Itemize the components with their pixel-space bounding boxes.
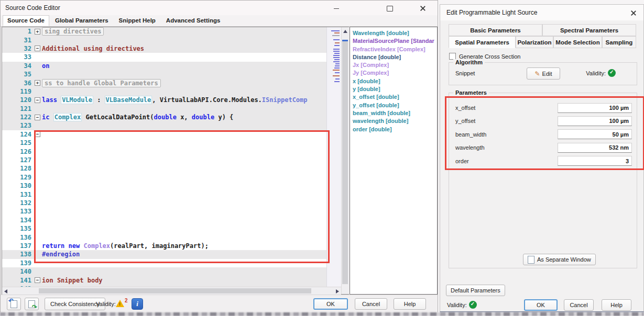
code-line: 31 (2, 36, 326, 44)
tab-mode-selection[interactable]: Mode Selection (553, 36, 602, 48)
import-snippet-button[interactable] (7, 298, 21, 310)
edit-snippet-button[interactable]: Edit (527, 67, 560, 80)
cancel-button[interactable]: Cancel (355, 298, 387, 310)
vertical-scroll-thumb[interactable] (342, 40, 348, 284)
titlebar[interactable]: Source Code Editor (1, 1, 438, 15)
horizontal-scroll-thumb[interactable] (39, 288, 311, 294)
code-editor[interactable]: 1+sing directives3132−Additional using d… (2, 27, 349, 295)
variable-item[interactable]: RefractiveIndex [Complex] (353, 46, 437, 53)
scroll-right-icon[interactable] (336, 289, 339, 294)
fold-marker-icon[interactable]: − (35, 277, 40, 283)
parameter-input-order[interactable]: 3 (558, 156, 632, 166)
validity-label: Validity: (586, 70, 606, 76)
fold-marker-icon[interactable]: − (35, 46, 40, 51)
algorithm-validity: Validity: (586, 69, 616, 77)
scroll-up-icon[interactable] (343, 30, 347, 33)
code-line: 141−ion Snippet body (2, 276, 326, 284)
line-number: 1 (2, 28, 35, 35)
parameter-input-wavelength[interactable]: 532 nm (558, 143, 632, 153)
parameter-label-beam-width: beam_width (455, 131, 486, 138)
parameter-label-x-offset: x_offset (455, 105, 475, 111)
line-number: 35 (2, 71, 35, 78)
parameter-row: beam_width50 µm (455, 129, 632, 140)
line-number: 120 (2, 96, 35, 104)
line-number: 132 (2, 199, 35, 207)
as-separate-window-button[interactable]: As Separate Window (523, 254, 596, 265)
code-lines[interactable]: 1+sing directives3132−Additional using d… (2, 27, 326, 287)
horizontal-scrollbar[interactable] (2, 287, 341, 295)
parameter-row: order3 (455, 156, 632, 166)
code-line: 34on (2, 62, 326, 70)
tab-spatial-parameters[interactable]: Spatial Parameters (449, 36, 516, 48)
ok-button[interactable]: OK (524, 299, 558, 311)
tab-basic-parameters[interactable]: Basic Parameters (449, 24, 542, 36)
info-icon[interactable] (132, 298, 143, 310)
algorithm-legend: Algorithm (453, 59, 485, 65)
tab-snippet-help[interactable]: Snippet Help (114, 15, 160, 26)
parameter-input-beam-width[interactable]: 50 µm (558, 129, 632, 139)
variable-item[interactable]: order [double] (353, 126, 437, 133)
tab-advanced-settings[interactable]: Advanced Settings (161, 15, 225, 26)
close-icon[interactable] (629, 9, 638, 17)
cancel-button[interactable]: Cancel (564, 299, 594, 311)
variable-item[interactable]: x_offset [double] (353, 93, 437, 101)
editor-footer: Check Consistency Validity: 2 OK Cancel … (1, 295, 438, 313)
code-line: 127 (2, 156, 326, 164)
variable-item[interactable]: beam_width [double] (353, 109, 437, 117)
import-icon (10, 300, 17, 308)
fold-marker-icon[interactable]: + (35, 29, 40, 35)
ok-button[interactable]: OK (313, 298, 348, 310)
variable-item[interactable]: Wavelength [double] (353, 29, 437, 37)
line-number: 125 (2, 139, 35, 146)
fold-marker-icon[interactable]: − (35, 97, 40, 103)
parameter-input-y-offset[interactable]: 100 µm (558, 116, 632, 126)
vertical-scrollbar[interactable] (341, 27, 349, 294)
code-line: 131 (2, 190, 326, 198)
tab-source-code[interactable]: Source Code (3, 15, 49, 26)
minimize-icon[interactable] (331, 4, 342, 13)
fold-marker-icon[interactable]: + (35, 80, 40, 86)
default-parameters-button[interactable]: Default Parameters (446, 285, 505, 296)
variable-item[interactable]: MaterialSourcePlane [Standar (353, 37, 437, 45)
line-number: 36 (2, 80, 35, 87)
tab-polarization[interactable]: Polarization (516, 36, 553, 48)
editor-tab-bar: Source CodeGlobal ParametersSnippet Help… (1, 15, 438, 27)
parameter-input-x-offset[interactable]: 100 µm (558, 103, 632, 113)
variable-item[interactable]: Jy [Complex] (353, 69, 437, 77)
edit-button-label: Edit (542, 71, 552, 77)
fold-marker-icon[interactable]: − (35, 131, 40, 137)
line-number: 124 (2, 131, 35, 138)
code-text: Additional using directives (42, 45, 144, 52)
variable-item[interactable]: y_offset [double] (353, 101, 437, 109)
line-number: 138 (2, 251, 35, 258)
variable-item[interactable]: Distance [double] (353, 53, 437, 61)
titlebar[interactable]: Edit Programmable Light Source (440, 5, 643, 20)
background-window-strip (0, 312, 644, 316)
code-line: 128 (2, 164, 326, 173)
variable-item[interactable]: y [double] (353, 85, 437, 93)
export-snippet-button[interactable] (25, 298, 39, 310)
tab-spectral-parameters[interactable]: Spectral Parameters (542, 24, 636, 36)
window-title: Source Code Editor (5, 4, 60, 12)
code-text: ic Complex GetLocalDataPoint(double x, d… (42, 114, 233, 121)
variable-list-panel[interactable]: Wavelength [double]MaterialSourcePlane [… (350, 27, 438, 295)
fold-marker-icon[interactable]: − (35, 115, 40, 120)
line-number: 123 (2, 122, 35, 129)
code-text: ion Snippet body (42, 277, 103, 284)
variable-item[interactable]: x [double] (353, 77, 437, 85)
line-number: 131 (2, 191, 35, 198)
scroll-left-icon[interactable] (4, 289, 7, 294)
variable-item[interactable]: wavelength [double] (353, 117, 437, 125)
code-line: 122−ic Complex GetLocalDataPoint(double … (2, 113, 326, 121)
help-button[interactable]: Help (394, 298, 426, 310)
close-icon[interactable] (417, 4, 429, 13)
tab-global-parameters[interactable]: Global Parameters (50, 15, 113, 26)
variable-item[interactable]: Jx [Complex] (353, 61, 437, 69)
tab-sampling[interactable]: Sampling (602, 36, 636, 48)
code-line: 130 (2, 182, 326, 190)
minimap[interactable] (326, 27, 341, 287)
maximize-icon[interactable] (384, 4, 396, 13)
help-button[interactable]: Help (602, 299, 631, 311)
line-number: 140 (2, 268, 35, 275)
parameter-row: y_offset100 µm (455, 116, 632, 126)
